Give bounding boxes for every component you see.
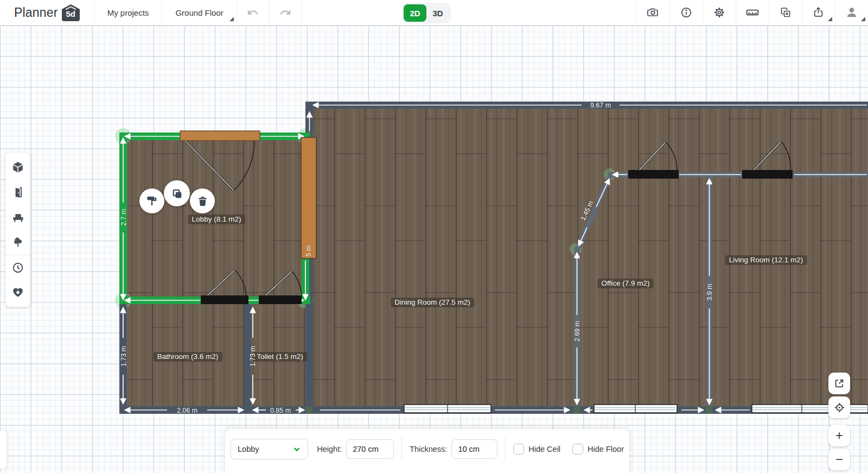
floor-selector[interactable]: Ground Floor xyxy=(162,0,237,25)
left-toolbar xyxy=(5,153,30,307)
duplicate-plus-icon xyxy=(779,6,792,19)
zoom-in-button[interactable]: + xyxy=(828,425,850,446)
share-button[interactable] xyxy=(802,0,835,25)
open-external-icon xyxy=(833,377,845,389)
hide-floor-box[interactable] xyxy=(572,444,583,455)
redo-icon xyxy=(279,7,291,18)
wall-bathroom-toilet[interactable] xyxy=(244,303,251,406)
toggle-2d[interactable]: 2D xyxy=(404,4,426,22)
view-toggle: 2D 3D xyxy=(402,3,451,23)
trash-icon xyxy=(196,194,209,208)
undo-button[interactable] xyxy=(237,0,270,25)
properties-panel: Lobby Height: Thickness: Hide Ceil Hide … xyxy=(225,429,629,473)
thickness-group: Thickness: xyxy=(410,439,497,459)
nav-my-projects[interactable]: My projects xyxy=(94,0,163,25)
room-select[interactable]: Lobby xyxy=(231,439,308,459)
duplicate-button[interactable] xyxy=(164,180,190,206)
rooms-cube-icon xyxy=(11,161,24,174)
tool-history[interactable] xyxy=(5,255,30,280)
wall-lobby-left-selected[interactable] xyxy=(119,133,127,304)
thickness-label: Thickness: xyxy=(410,445,447,453)
floor-bathroom[interactable] xyxy=(126,303,245,407)
camera-icon xyxy=(647,6,660,19)
gear-icon xyxy=(713,6,726,19)
account-button[interactable] xyxy=(835,0,868,25)
tool-outdoor[interactable] xyxy=(5,230,30,255)
window-living[interactable] xyxy=(752,405,868,413)
undo-icon xyxy=(247,7,259,18)
screenshot-button[interactable] xyxy=(636,0,669,25)
duplicate-icon xyxy=(170,186,184,201)
wall-office-living[interactable] xyxy=(707,172,712,406)
hide-ceil-checkbox[interactable]: Hide Ceil xyxy=(513,444,560,455)
ruler-icon xyxy=(745,5,760,20)
history-clock-icon xyxy=(11,261,24,274)
tool-furniture[interactable] xyxy=(5,205,30,230)
info-button[interactable] xyxy=(669,0,703,25)
panel-divider xyxy=(401,437,402,461)
hide-ceil-box[interactable] xyxy=(513,444,524,455)
chevron-down-icon xyxy=(292,445,301,453)
redo-button[interactable] xyxy=(270,0,302,25)
wall-office-left[interactable] xyxy=(575,248,579,406)
floor-toilet[interactable] xyxy=(250,303,307,407)
zoom-out-button[interactable]: − xyxy=(828,449,850,470)
door-icon xyxy=(11,186,24,199)
fullscreen-button[interactable] xyxy=(828,373,850,394)
tool-rooms[interactable] xyxy=(5,155,30,180)
account-icon xyxy=(845,5,859,20)
furniture-icon xyxy=(11,211,25,224)
wall-bathroom-left[interactable] xyxy=(119,303,127,406)
share-icon xyxy=(812,6,825,19)
brand-badge: 5d xyxy=(62,4,80,21)
cutoff-panel-left xyxy=(0,431,7,469)
panel-divider-2 xyxy=(505,437,506,461)
paint-roller-icon xyxy=(145,194,159,208)
hide-ceil-label: Hide Ceil xyxy=(528,445,560,453)
window-dining[interactable] xyxy=(404,405,491,413)
window-office[interactable] xyxy=(594,405,677,413)
ruler-button[interactable] xyxy=(736,0,769,25)
locate-button[interactable] xyxy=(828,396,850,418)
heart-house-icon xyxy=(11,286,24,299)
app-logo[interactable]: Planner 5d xyxy=(0,0,94,25)
thickness-input[interactable] xyxy=(451,439,497,459)
height-input[interactable] xyxy=(346,439,394,459)
toggle-3d[interactable]: 3D xyxy=(426,4,449,22)
tool-favorites[interactable] xyxy=(5,280,30,305)
hide-floor-label: Hide Floor xyxy=(588,445,624,453)
floor-lobby[interactable] xyxy=(126,139,303,298)
height-group: Height: xyxy=(317,439,394,459)
tree-icon xyxy=(11,236,24,249)
tool-doors-windows[interactable] xyxy=(5,180,30,205)
settings-button[interactable] xyxy=(703,0,736,25)
height-label: Height: xyxy=(317,445,342,453)
hide-floor-checkbox[interactable]: Hide Floor xyxy=(572,444,624,455)
door-panel-lobby-dining[interactable] xyxy=(301,137,316,258)
header-right-icons xyxy=(636,0,868,25)
brand-text: Planner xyxy=(14,5,58,20)
wall-top[interactable] xyxy=(305,102,868,109)
floor-dining-office-living[interactable] xyxy=(312,108,868,407)
add-layer-button[interactable] xyxy=(769,0,802,25)
crosshair-icon xyxy=(833,401,846,414)
paint-roller-button[interactable] xyxy=(139,188,164,213)
delete-button[interactable] xyxy=(190,188,215,213)
info-icon xyxy=(680,6,693,19)
windows xyxy=(404,405,868,413)
room-select-value: Lobby xyxy=(238,445,259,453)
